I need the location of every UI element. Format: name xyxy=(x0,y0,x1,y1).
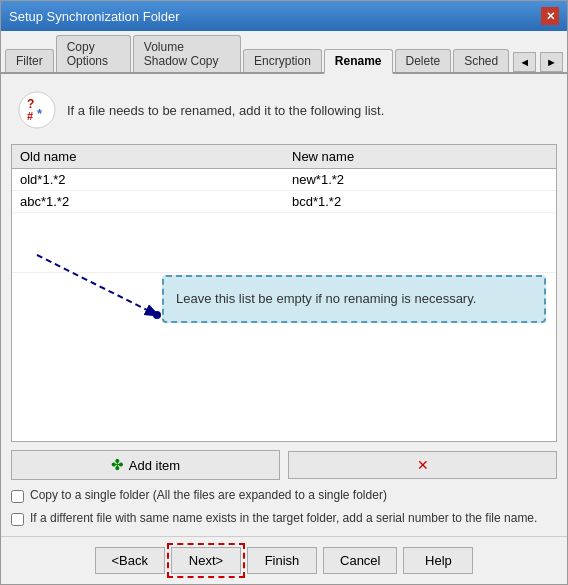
bottom-bar: <Back Next> Finish Cancel Help xyxy=(1,536,567,584)
table-row-empty xyxy=(12,213,556,273)
table-row[interactable]: abc*1.*2 bcd*1.*2 xyxy=(12,191,556,213)
tab-sched[interactable]: Sched xyxy=(453,49,509,72)
checkbox-single-folder-label: Copy to a single folder (All the files a… xyxy=(30,488,387,502)
tab-encryption[interactable]: Encryption xyxy=(243,49,322,72)
checkbox-serial-number[interactable] xyxy=(11,513,24,526)
old-name-cell: old*1.*2 xyxy=(12,169,284,191)
new-name-cell: new*1.*2 xyxy=(284,169,556,191)
rename-table: Old name New name old*1.*2 new*1.*2 abc*… xyxy=(12,145,556,273)
main-window: Setup Synchronization Folder ✕ Filter Co… xyxy=(0,0,568,585)
main-content: ? * # If a file needs to be renamed, add… xyxy=(1,74,567,536)
rename-table-container[interactable]: Old name New name old*1.*2 new*1.*2 abc*… xyxy=(11,144,557,442)
add-icon: ✤ xyxy=(111,456,124,474)
checkbox-serial-number-label: If a different file with same name exist… xyxy=(30,511,537,525)
title-bar: Setup Synchronization Folder ✕ xyxy=(1,1,567,31)
delete-icon: ✕ xyxy=(417,457,429,473)
cancel-button[interactable]: Cancel xyxy=(323,547,397,574)
next-button[interactable]: Next> xyxy=(171,547,241,574)
svg-point-6 xyxy=(153,311,161,319)
new-name-cell: bcd*1.*2 xyxy=(284,191,556,213)
col-old-name: Old name xyxy=(12,145,284,169)
back-button[interactable]: <Back xyxy=(95,547,166,574)
rename-icon: ? * # xyxy=(17,90,57,130)
checkbox-single-folder[interactable] xyxy=(11,490,24,503)
checkbox-serial-number-row: If a different file with same name exist… xyxy=(11,511,557,526)
info-text: If a file needs to be renamed, add it to… xyxy=(67,103,384,118)
finish-button[interactable]: Finish xyxy=(247,547,317,574)
table-row[interactable]: old*1.*2 new*1.*2 xyxy=(12,169,556,191)
tab-filter[interactable]: Filter xyxy=(5,49,54,72)
old-name-cell: abc*1.*2 xyxy=(12,191,284,213)
checkbox-single-folder-row: Copy to a single folder (All the files a… xyxy=(11,488,557,503)
tab-volume-shadow-copy[interactable]: Volume Shadow Copy xyxy=(133,35,241,72)
tab-nav-right[interactable]: ► xyxy=(540,52,563,72)
svg-text:?: ? xyxy=(27,97,34,111)
svg-text:#: # xyxy=(27,110,33,122)
tooltip-text: Leave this list be empty if no renaming … xyxy=(176,291,476,306)
info-bar: ? * # If a file needs to be renamed, add… xyxy=(11,84,557,136)
add-item-button[interactable]: ✤ Add item xyxy=(11,450,280,480)
delete-button[interactable]: ✕ xyxy=(288,451,557,479)
add-item-label: Add item xyxy=(129,458,180,473)
col-new-name: New name xyxy=(284,145,556,169)
tab-copy-options[interactable]: Copy Options xyxy=(56,35,131,72)
tab-nav-left[interactable]: ◄ xyxy=(513,52,536,72)
tab-rename[interactable]: Rename xyxy=(324,49,393,74)
close-button[interactable]: ✕ xyxy=(541,7,559,25)
action-row: ✤ Add item ✕ xyxy=(11,450,557,480)
help-button[interactable]: Help xyxy=(403,547,473,574)
tooltip-bubble: Leave this list be empty if no renaming … xyxy=(162,275,546,323)
window-title: Setup Synchronization Folder xyxy=(9,9,180,24)
tab-delete[interactable]: Delete xyxy=(395,49,452,72)
tab-bar: Filter Copy Options Volume Shadow Copy E… xyxy=(1,31,567,74)
